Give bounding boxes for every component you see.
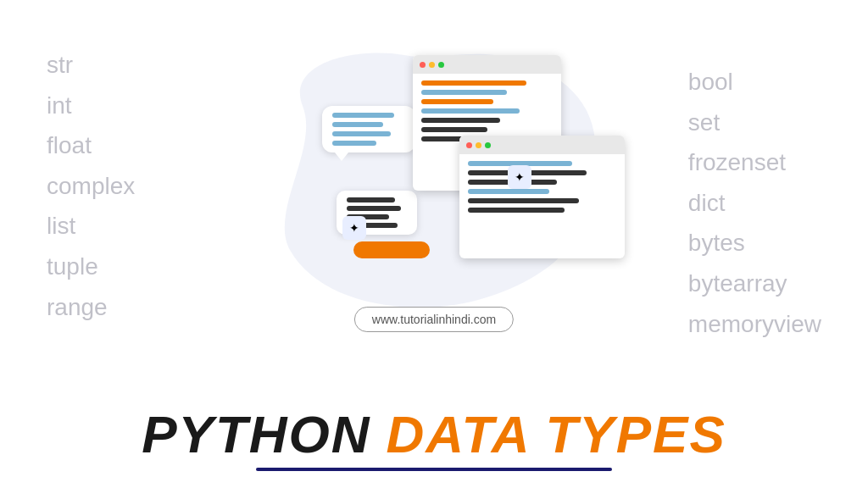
right-type-item: dict <box>688 189 821 218</box>
chat-bubble-1 <box>322 106 415 152</box>
right-type-item: set <box>688 108 821 137</box>
code-line <box>421 118 500 123</box>
left-type-item: complex <box>47 172 135 201</box>
code-line <box>421 108 520 114</box>
deco-icon-2: ✦ <box>508 165 531 189</box>
win2-titlebar <box>459 136 625 154</box>
right-type-item: memoryview <box>688 310 821 339</box>
center-illustration: ✦ ✦ www.tutorialinhindi.com <box>231 25 637 347</box>
orange-pill <box>353 241 430 258</box>
code-window-2 <box>459 136 625 258</box>
left-type-item: str <box>47 51 135 80</box>
win2-body <box>459 154 625 219</box>
win-dot-green2 <box>485 142 491 148</box>
right-type-item: bool <box>688 68 821 97</box>
code-line <box>468 208 565 213</box>
bubble-line <box>332 113 394 118</box>
win1-titlebar <box>413 55 561 74</box>
right-type-item: bytes <box>688 229 821 258</box>
left-type-item: tuple <box>47 252 135 281</box>
title-underline <box>256 468 612 471</box>
deco-icon-1: ✦ <box>342 216 366 240</box>
url-bar: www.tutorialinhindi.com <box>354 307 514 332</box>
bubble-line <box>332 131 391 136</box>
win-dot-yellow2 <box>476 142 481 148</box>
title-data-types: DATA TYPES <box>387 404 726 464</box>
title-python: PYTHON <box>142 404 370 464</box>
right-types-list: boolsetfrozensetdictbytesbytearraymemory… <box>688 68 821 338</box>
win-dot-red <box>420 62 426 68</box>
bubble-line <box>332 141 376 146</box>
right-type-item: frozenset <box>688 148 821 177</box>
title-line: PYTHON DATA TYPES <box>137 404 731 464</box>
left-type-item: int <box>47 92 135 120</box>
title-area: PYTHON DATA TYPES <box>137 404 731 471</box>
code-line <box>468 198 579 203</box>
code-line <box>468 189 549 194</box>
win-dot-red2 <box>466 142 472 148</box>
bubble-line <box>347 206 401 211</box>
win-dot-green <box>438 62 444 68</box>
bubble-line <box>332 122 383 127</box>
bubble-line <box>347 197 395 202</box>
code-line <box>421 99 493 104</box>
left-type-item: float <box>47 131 135 160</box>
win-dot-yellow <box>429 62 435 68</box>
left-type-item: list <box>47 212 135 241</box>
code-line <box>421 80 526 86</box>
left-types-list: strintfloatcomplexlisttuplerange <box>47 51 135 321</box>
right-type-item: bytearray <box>688 269 821 298</box>
page-container: strintfloatcomplexlisttuplerange boolset… <box>0 0 868 488</box>
code-line <box>421 90 507 95</box>
code-line <box>421 127 487 132</box>
left-type-item: range <box>47 293 135 322</box>
